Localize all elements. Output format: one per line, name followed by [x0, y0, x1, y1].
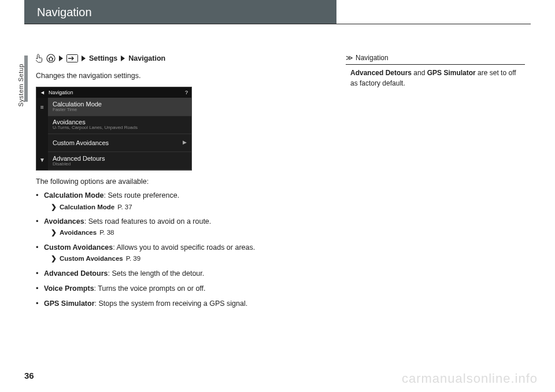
right-mid: and [412, 69, 427, 77]
screenshot-scrollbar: ≡ ▼ [36, 98, 48, 170]
select-icon [36, 54, 43, 63]
arrow-down-icon: ▼ [39, 156, 45, 165]
row-subtitle: U-Turns, Carpool Lanes, Unpaved Roads [53, 125, 187, 131]
row-subtitle: Faster Time [53, 108, 187, 113]
right-title: Navigation [356, 53, 388, 63]
option-name: Calculation Mode [44, 191, 103, 199]
row-subtitle: Disabled [53, 162, 187, 167]
right-title-row: ≫ Navigation [346, 53, 525, 65]
option-item: Calculation Mode: Sets route preference.… [36, 190, 336, 212]
xref-label: Custom Avoidances [60, 254, 123, 264]
screenshot-title: Navigation [49, 89, 73, 97]
option-item: Custom Avoidances: Allows you to avoid s… [36, 242, 336, 264]
menu-icon: ≡ [40, 103, 44, 112]
breadcrumb: Settings Navigation [36, 53, 336, 64]
home-icon [46, 54, 56, 63]
xref-page: P. 38 [99, 228, 114, 238]
xref: ❯ Avoidances P. 38 [44, 228, 336, 238]
page-header: Navigation [24, 0, 336, 24]
screenshot-titlebar: ◄ Navigation ? [36, 87, 191, 98]
breadcrumb-settings: Settings [89, 53, 117, 64]
screenshot-row: Custom Avoidances ▶ [48, 134, 191, 152]
main-column: Settings Navigation Changes the navigati… [36, 53, 336, 313]
back-icon: ◄ [40, 89, 45, 97]
header-rule [24, 24, 531, 24]
row-title: Custom Avoidances [53, 139, 187, 146]
option-name: GPS Simulator [44, 299, 95, 308]
chevron-right-icon [121, 56, 125, 61]
option-name: Voice Prompts [44, 284, 94, 293]
chevron-right-icon [82, 56, 86, 61]
options-list: Calculation Mode: Sets route preference.… [36, 190, 336, 309]
options-intro: The following options are available: [36, 176, 336, 187]
option-item: Advanced Detours: Sets the length of the… [36, 268, 336, 279]
xref-label: Avoidances [60, 228, 97, 238]
right-body: Advanced Detours and GPS Simulator are s… [346, 68, 525, 88]
option-name: Advanced Detours [44, 269, 108, 278]
xref: ❯ Calculation Mode P. 37 [44, 202, 336, 212]
right-column: ≫ Navigation Advanced Detours and GPS Si… [346, 53, 525, 88]
breadcrumb-navigation: Navigation [128, 53, 165, 64]
xref-icon: ❯ [51, 254, 57, 264]
option-item: Avoidances: Sets road features to avoid … [36, 216, 336, 238]
option-item: Voice Prompts: Turns the voice prompts o… [36, 283, 336, 294]
input-icon [66, 54, 78, 62]
screenshot-row: Avoidances U-Turns, Carpool Lanes, Unpav… [48, 116, 191, 134]
option-desc: : Stops the system from receiving a GPS … [95, 299, 248, 308]
side-section-label: System Setup [17, 64, 24, 106]
row-title: Advanced Detours [53, 155, 187, 162]
right-bold2: GPS Simulator [427, 69, 476, 77]
option-name: Avoidances [44, 217, 84, 225]
right-bold1: Advanced Detours [350, 69, 412, 77]
xref-label: Calculation Mode [60, 202, 114, 212]
xref: ❯ Custom Avoidances P. 39 [44, 254, 336, 264]
option-desc: : Allows you to avoid specific roads or … [113, 243, 255, 252]
option-desc: : Sets road features to avoid on a route… [84, 217, 212, 225]
screenshot-body: Calculation Mode Faster Time Avoidances … [48, 98, 191, 170]
help-icon: ? [185, 89, 188, 97]
option-item: GPS Simulator: Stops the system from rec… [36, 298, 336, 309]
option-desc: : Sets route preference. [103, 191, 179, 199]
page-title: Navigation [37, 6, 92, 19]
option-name: Custom Avoidances [44, 243, 113, 252]
intro-text: Changes the navigation settings. [36, 71, 336, 81]
page-number: 36 [24, 371, 34, 380]
option-desc: : Turns the voice prompts on or off. [94, 284, 206, 293]
chevron-right-icon [59, 56, 63, 61]
screenshot-row: Calculation Mode Faster Time [48, 98, 191, 116]
option-desc: : Sets the length of the detour. [108, 269, 204, 278]
screenshot-row: Advanced Detours Disabled [48, 152, 191, 170]
watermark: carmanualsonline.info [402, 371, 538, 386]
xref-icon: ❯ [51, 202, 57, 212]
xref-icon: ❯ [51, 228, 57, 238]
note-icon: ≫ [346, 53, 353, 63]
svg-point-0 [47, 54, 55, 62]
xref-page: P. 39 [126, 254, 140, 264]
xref-page: P. 37 [117, 202, 132, 212]
side-marker [24, 56, 28, 102]
chevron-right-icon: ▶ [183, 139, 187, 146]
device-screenshot: ◄ Navigation ? ≡ ▼ Calculation Mode Fast… [36, 87, 192, 171]
